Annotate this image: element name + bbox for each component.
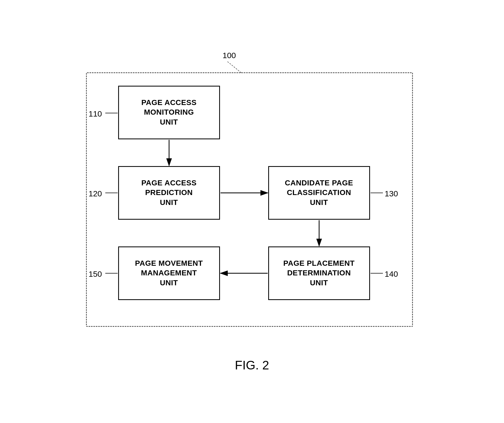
page-wrapper: 100	[0, 0, 504, 423]
ref-label-110: 110	[89, 109, 102, 118]
ref-100-label: 100	[223, 51, 236, 60]
fig-caption: FIG. 2	[235, 358, 269, 372]
ref-label-150: 150	[89, 269, 102, 279]
box-120-label: PAGE ACCESSPREDICTIONUNIT	[141, 178, 196, 207]
diagram-container: 100	[65, 51, 440, 372]
box-130-candidate-page-classification: CANDIDATE PAGECLASSIFICATIONUNIT	[268, 166, 370, 220]
box-150-page-movement-management: PAGE MOVEMENTMANAGEMENTUNIT	[118, 246, 220, 300]
box-110-label: PAGE ACCESSMONITORINGUNIT	[141, 98, 196, 127]
box-120-page-access-prediction: PAGE ACCESSPREDICTIONUNIT	[118, 166, 220, 220]
box-130-label: CANDIDATE PAGECLASSIFICATIONUNIT	[285, 178, 353, 207]
box-110-page-access-monitoring: PAGE ACCESSMONITORINGUNIT	[118, 86, 220, 139]
ref-label-130: 130	[385, 189, 398, 198]
box-150-label: PAGE MOVEMENTMANAGEMENTUNIT	[135, 259, 203, 288]
box-140-label: PAGE PLACEMENTDETERMINATIONUNIT	[283, 259, 354, 288]
svg-line-1	[227, 62, 241, 73]
ref-label-140: 140	[385, 269, 398, 279]
ref-label-120: 120	[89, 189, 102, 198]
box-140-page-placement-determination: PAGE PLACEMENTDETERMINATIONUNIT	[268, 246, 370, 300]
